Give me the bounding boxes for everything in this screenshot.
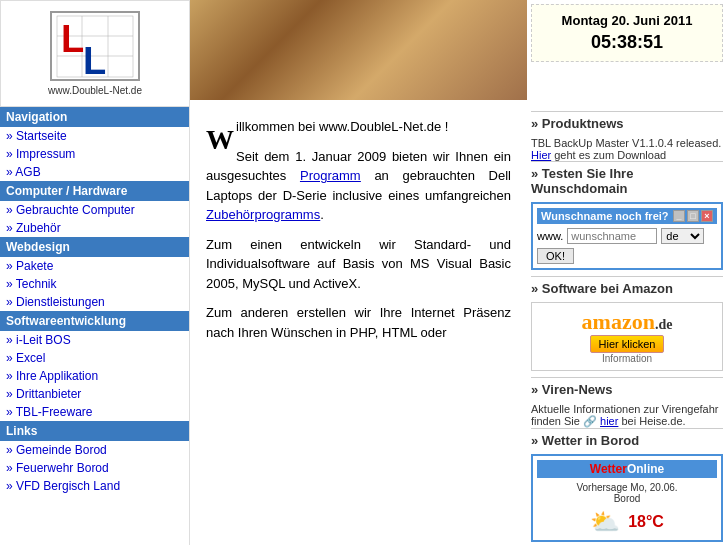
content-title-letter: W xyxy=(206,119,234,161)
logo-url: www.DoubleL-Net.de xyxy=(48,85,142,96)
produktnews-link[interactable]: Hier xyxy=(531,149,551,161)
wetter-box: WetterOnline Vorhersage Mo, 20.06. Borod… xyxy=(531,454,723,542)
sidebar-item-drittanbieter[interactable]: » Drittanbieter xyxy=(0,385,189,403)
sidebar: Navigation » Startseite » Impressum » AG… xyxy=(0,107,190,545)
sidebar-item-agb[interactable]: » AGB xyxy=(0,163,189,181)
logo-area: L L www.DoubleL-Net.de xyxy=(0,0,190,107)
zubehoer-link[interactable]: Zubehörprogramms xyxy=(206,207,320,222)
svg-text:L: L xyxy=(83,40,106,79)
top-bar: L L www.DoubleL-Net.de Montag 20. Juni 2… xyxy=(0,0,727,107)
sidebar-item-startseite[interactable]: » Startseite xyxy=(0,127,189,145)
amazon-btn-area: Hier klicken xyxy=(538,335,716,353)
wunsch-controls: _ □ × xyxy=(673,210,713,222)
sidebar-item-impressum[interactable]: » Impressum xyxy=(0,145,189,163)
wunschdomain-header: Testen Sie Ihre Wunschdomain xyxy=(531,161,723,198)
wunsch-title-bar: Wunschname noch frei? _ □ × xyxy=(537,208,717,224)
main-content: Willkommen bei www.DoubleL-Net.de ! Seit… xyxy=(190,107,527,545)
viren-icon: 🔗 xyxy=(583,415,597,427)
produktnews-body: TBL BackUp Master V1.1.0.4 released. xyxy=(531,137,721,149)
wetter-header: Wetter in Borod xyxy=(531,428,723,450)
viren-suffix: bei Heise.de. xyxy=(621,415,685,427)
produktnews-suffix: geht es zum Download xyxy=(551,149,666,161)
wunsch-input-row: www. de com net org xyxy=(537,228,717,244)
wunsch-tld-select[interactable]: de com net org xyxy=(661,228,704,244)
wunsch-www-label: www. xyxy=(537,230,563,242)
page-wrapper: L L www.DoubleL-Net.de Montag 20. Juni 2… xyxy=(0,0,727,545)
amazon-logo: amazon.de xyxy=(582,309,673,335)
sidebar-item-applikation[interactable]: » Ihre Applikation xyxy=(0,367,189,385)
logo-svg: L L xyxy=(55,14,135,79)
datetime-time: 05:38:51 xyxy=(548,32,706,53)
content-intro: Willkommen bei www.DoubleL-Net.de ! xyxy=(206,117,511,137)
amazon-click-button[interactable]: Hier klicken xyxy=(590,335,665,353)
sidebar-item-feuerwehr[interactable]: » Feuerwehr Borod xyxy=(0,459,189,477)
datetime-date: Montag 20. Juni 2011 xyxy=(548,13,706,28)
content-p1: Seit dem 1. Januar 2009 bieten wir Ihnen… xyxy=(206,147,511,225)
logo-box: L L xyxy=(50,11,140,81)
wunsch-name-input[interactable] xyxy=(567,228,657,244)
sidebar-item-zubehoer[interactable]: » Zubehör xyxy=(0,219,189,237)
wunsch-maximize-btn[interactable]: □ xyxy=(687,210,699,222)
wetter-title: WetterOnline xyxy=(537,460,717,478)
viren-header: Viren-News xyxy=(531,377,723,399)
viren-text: Aktuelle Informationen zur Virengefahr f… xyxy=(531,403,723,428)
amazon-header: Software bei Amazon xyxy=(531,276,723,298)
wetter-temp: 18°C xyxy=(628,513,664,531)
sidebar-item-dienstleistungen[interactable]: » Dienstleistungen xyxy=(0,293,189,311)
right-sidebar: Produktnews TBL BackUp Master V1.1.0.4 r… xyxy=(527,107,727,545)
datetime-box: Montag 20. Juni 2011 05:38:51 xyxy=(531,4,723,62)
amazon-info: Information xyxy=(538,353,716,364)
wunsch-title-text: Wunschname noch frei? xyxy=(541,210,669,222)
wetter-subtitle: Vorhersage Mo, 20.06. Borod xyxy=(537,482,717,504)
wunsch-minimize-btn[interactable]: _ xyxy=(673,210,685,222)
produktnews-text: TBL BackUp Master V1.1.0.4 released. Hie… xyxy=(531,137,723,161)
sidebar-item-excel[interactable]: » Excel xyxy=(0,349,189,367)
wunschdomain-box: Wunschname noch frei? _ □ × www. de com … xyxy=(531,202,723,270)
datetime-area: Montag 20. Juni 2011 05:38:51 xyxy=(527,0,727,107)
header-image xyxy=(190,0,527,100)
wunsch-ok-button[interactable]: OK! xyxy=(537,248,574,264)
sidebar-section-software: Softwareentwicklung xyxy=(0,311,189,331)
sidebar-section-webdesign: Webdesign xyxy=(0,237,189,257)
produktnews-header: Produktnews xyxy=(531,111,723,133)
sidebar-item-gemeinde[interactable]: » Gemeinde Borod xyxy=(0,441,189,459)
sidebar-section-links: Links xyxy=(0,421,189,441)
sidebar-item-gebrauchte-computer[interactable]: » Gebrauchte Computer xyxy=(0,201,189,219)
programm-link[interactable]: Programm xyxy=(300,168,361,183)
sidebar-item-technik[interactable]: » Technik xyxy=(0,275,189,293)
amazon-box: amazon.de Hier klicken Information xyxy=(531,302,723,371)
wunsch-close-btn[interactable]: × xyxy=(701,210,713,222)
content-p3: Zum anderen erstellen wir Ihre Internet … xyxy=(206,303,511,342)
sidebar-item-vfd[interactable]: » VFD Bergisch Land xyxy=(0,477,189,495)
sidebar-item-pakete[interactable]: » Pakete xyxy=(0,257,189,275)
wetter-content: ⛅ 18°C xyxy=(537,508,717,536)
sidebar-item-freeware[interactable]: » TBL-Freeware xyxy=(0,403,189,421)
sidebar-item-ileit[interactable]: » i-Leit BOS xyxy=(0,331,189,349)
wunsch-ok-area: OK! xyxy=(537,248,717,264)
svg-text:L: L xyxy=(61,18,84,60)
viren-link[interactable]: hier xyxy=(600,415,618,427)
main-area: Navigation » Startseite » Impressum » AG… xyxy=(0,107,727,545)
sidebar-section-hardware: Computer / Hardware xyxy=(0,181,189,201)
wetter-cloud-icon: ⛅ xyxy=(590,508,620,536)
sidebar-section-navigation: Navigation xyxy=(0,107,189,127)
content-p2: Zum einen entwickeln wir Standard- und I… xyxy=(206,235,511,294)
